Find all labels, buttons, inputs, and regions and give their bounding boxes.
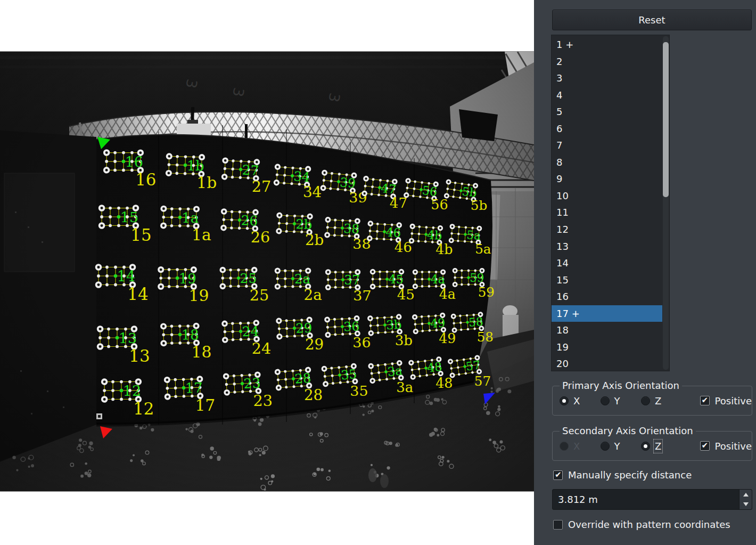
camera-image: 333: [0, 52, 534, 491]
spin-down-button[interactable]: [739, 500, 752, 510]
pattern-id-label: 57: [474, 373, 491, 389]
pattern-id-label: 3b: [395, 332, 413, 348]
secondary-x-radio[interactable]: X: [560, 441, 601, 452]
primary-positive-checkbox[interactable]: Positive: [700, 395, 752, 406]
spin-up-icon: [743, 493, 749, 497]
pattern-list-item[interactable]: 8: [552, 154, 662, 171]
radio-icon: [560, 396, 569, 405]
secondary-positive-label: Positive: [715, 441, 752, 452]
svg-text:47: 47: [380, 181, 397, 197]
radio-icon: [641, 396, 650, 405]
pattern-id-label: 5b: [471, 198, 488, 213]
primary-z-radio[interactable]: Z: [641, 395, 682, 406]
pattern-list-item[interactable]: 5: [552, 103, 662, 120]
pattern-id-label: 5a: [475, 241, 491, 257]
pattern-list-item[interactable]: 1 +: [552, 36, 662, 53]
primary-positive-label: Positive: [715, 395, 752, 406]
pattern-list-item[interactable]: 18: [552, 322, 662, 339]
control-panel: Reset 1 +234567891011121314151617 +18192…: [534, 0, 756, 545]
pattern-id-label: 35: [350, 383, 368, 399]
checkbox-icon: [553, 520, 563, 530]
pattern-id-label: 4b: [435, 241, 453, 257]
spin-down-icon: [743, 502, 749, 506]
primary-x-radio[interactable]: X: [560, 395, 601, 406]
pattern-list-item[interactable]: 11: [552, 204, 662, 221]
pattern-list-item[interactable]: 19: [552, 339, 662, 356]
radio-icon: [601, 442, 610, 451]
svg-text:19: 19: [179, 271, 196, 287]
reset-button[interactable]: Reset: [552, 10, 752, 30]
pattern-id-label: 28: [304, 386, 323, 404]
svg-text:1a: 1a: [182, 210, 199, 226]
pattern-list-item[interactable]: 4: [552, 87, 662, 104]
svg-text:13: 13: [119, 330, 137, 346]
pattern-id-label: 19: [188, 286, 209, 305]
pattern-id-label: 14: [127, 284, 148, 304]
svg-text:17: 17: [185, 380, 203, 396]
pattern-id-label: 13: [129, 346, 150, 365]
pattern-list-item[interactable]: 9: [552, 170, 662, 188]
svg-text:4b: 4b: [426, 228, 442, 242]
svg-text:24: 24: [242, 323, 259, 339]
svg-text:18: 18: [182, 327, 199, 343]
pattern-id-label: 25: [250, 286, 269, 304]
pattern-id-label: 15: [130, 225, 151, 245]
pattern-list-item[interactable]: 6: [552, 120, 662, 137]
radio-icon: [601, 396, 610, 405]
pattern-list-item[interactable]: 14: [552, 255, 662, 272]
svg-text:15: 15: [120, 209, 138, 225]
pattern-id-label: 24: [252, 339, 272, 357]
primary-z-label: Z: [655, 395, 661, 406]
primary-y-radio[interactable]: Y: [601, 395, 642, 406]
svg-text:27: 27: [242, 162, 259, 178]
svg-text:35: 35: [340, 367, 357, 383]
pattern-id-label: 45: [397, 287, 415, 303]
pattern-list-item[interactable]: 17 +: [552, 305, 662, 322]
pattern-list-item[interactable]: 12: [552, 221, 662, 238]
pattern-id-label: 59: [478, 284, 495, 300]
pattern-list-item[interactable]: 15: [552, 272, 662, 289]
svg-text:28: 28: [294, 371, 312, 387]
pattern-list-item[interactable]: 7: [552, 137, 662, 154]
override-coordinates-checkbox[interactable]: Override with pattern coordinates: [553, 519, 730, 530]
pattern-id-label: 36: [352, 334, 371, 351]
pattern-list-item[interactable]: 16: [552, 288, 662, 305]
svg-text:3a: 3a: [387, 363, 403, 379]
primary-x-label: X: [573, 395, 580, 406]
pattern-list-item[interactable]: 13: [552, 238, 662, 255]
secondary-y-radio[interactable]: Y: [601, 441, 642, 452]
manual-distance-checkbox[interactable]: Manually specify distance: [553, 469, 692, 481]
override-coordinates-label: Override with pattern coordinates: [568, 519, 730, 530]
svg-text:45: 45: [388, 272, 404, 286]
pattern-list[interactable]: 1 +234567891011121314151617 +181920: [551, 35, 670, 371]
secondary-y-label: Y: [614, 441, 620, 452]
pattern-id-label: 3a: [396, 379, 413, 395]
svg-text:34: 34: [293, 169, 310, 185]
pattern-list-item[interactable]: 2: [552, 53, 662, 70]
pattern-id-label: 4a: [439, 287, 456, 302]
svg-text:46: 46: [385, 225, 401, 240]
pattern-list-item[interactable]: 10: [552, 188, 662, 205]
spin-up-button[interactable]: [739, 490, 752, 500]
svg-text:23: 23: [243, 376, 261, 392]
secondary-z-radio[interactable]: Z: [641, 441, 682, 452]
list-scrollbar[interactable]: [663, 36, 669, 370]
application-window: 333: [0, 0, 756, 545]
pattern-id-label: 27: [252, 177, 272, 196]
primary-y-label: Y: [614, 395, 620, 406]
pattern-list-item[interactable]: 3: [552, 70, 662, 87]
radio-icon: [560, 442, 569, 451]
svg-text:39: 39: [339, 175, 356, 191]
svg-text:3b: 3b: [386, 318, 402, 332]
secondary-positive-checkbox[interactable]: Positive: [700, 441, 752, 452]
pattern-list-item[interactable]: 20: [552, 355, 662, 371]
secondary-axis-group: Secondary Axis Orientation X Y Z Positiv…: [552, 431, 752, 461]
pattern-id-label: 1a: [192, 225, 211, 244]
distance-value[interactable]: 3.812 m: [558, 490, 598, 509]
distance-spinbox[interactable]: 3.812 m: [552, 489, 752, 510]
svg-text:48: 48: [426, 360, 443, 375]
primary-axis-group-title: Primary Axis Orientation: [560, 380, 682, 391]
secondary-axis-group-title: Secondary Axis Orientation: [560, 425, 696, 436]
camera-view[interactable]: 333: [0, 51, 534, 492]
scrollbar-thumb[interactable]: [663, 42, 669, 197]
